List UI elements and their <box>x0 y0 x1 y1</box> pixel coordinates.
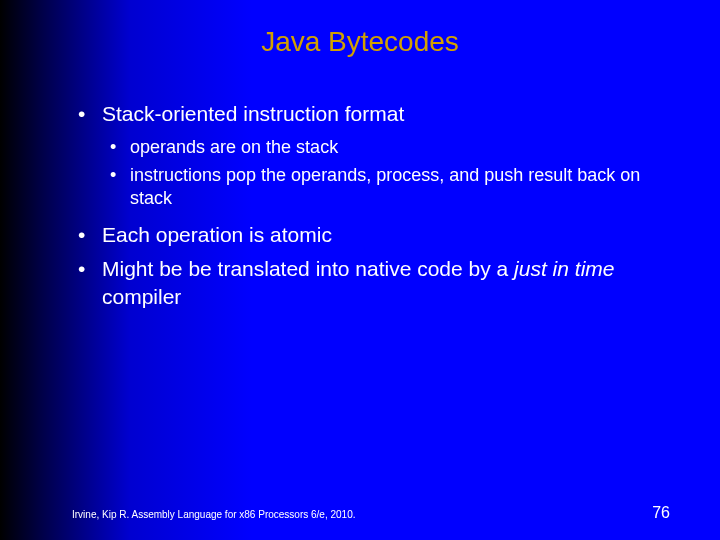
bullet-text-emph: just in time <box>514 257 614 280</box>
sub-bullet-item: instructions pop the operands, process, … <box>102 164 670 211</box>
bullet-item: Each operation is atomic <box>72 221 670 249</box>
bullet-list: Stack-oriented instruction format operan… <box>72 100 670 312</box>
slide-content: Stack-oriented instruction format operan… <box>72 100 670 318</box>
sub-bullet-list: operands are on the stack instructions p… <box>102 136 670 210</box>
bullet-item: Might be be translated into native code … <box>72 255 670 312</box>
slide: Java Bytecodes Stack-oriented instructio… <box>0 0 720 540</box>
bullet-text-pre: Might be be translated into native code … <box>102 257 514 280</box>
sub-bullet-item: operands are on the stack <box>102 136 670 159</box>
bullet-text: Stack-oriented instruction format <box>102 102 404 125</box>
bullet-item: Stack-oriented instruction format operan… <box>72 100 670 211</box>
footer-citation: Irvine, Kip R. Assembly Language for x86… <box>72 509 356 520</box>
slide-title: Java Bytecodes <box>0 26 720 58</box>
bullet-text-post: compiler <box>102 285 181 308</box>
page-number: 76 <box>652 504 670 522</box>
